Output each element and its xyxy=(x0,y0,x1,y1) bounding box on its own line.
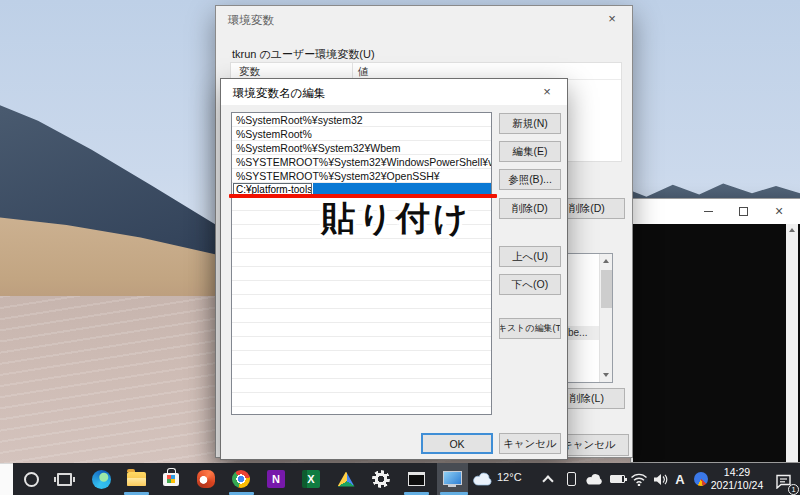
paste-annotation: 貼り付け xyxy=(261,196,531,242)
edit-env-var-dialog: 環境変数名の編集 × %SystemRoot%¥system32 %System… xyxy=(220,78,568,460)
path-row[interactable]: %SYSTEMROOT%¥System32¥WindowsPowerShell¥… xyxy=(232,155,491,169)
path-listbox[interactable]: %SystemRoot%¥system32 %SystemRoot% %Syst… xyxy=(231,112,492,415)
excel-glyph xyxy=(302,470,320,488)
terminal-scrollbar[interactable] xyxy=(786,224,798,462)
terminal-icon[interactable] xyxy=(405,468,427,490)
edit-button[interactable]: 編集(E) xyxy=(499,141,561,162)
maximize-icon[interactable] xyxy=(728,199,758,223)
store-dots xyxy=(167,475,175,483)
edit-text-button[interactable]: テキストの編集(T)... xyxy=(499,318,561,339)
terminal-window: × xyxy=(630,198,800,463)
edge-icon[interactable] xyxy=(90,468,112,490)
wifi-icon[interactable] xyxy=(628,468,650,490)
path-row[interactable]: %SystemRoot%¥System32¥Wbem xyxy=(232,141,491,155)
edge-window-sliver xyxy=(0,463,13,495)
env-dialog-titlebar[interactable]: 環境変数 × xyxy=(216,6,632,32)
maximize-glyph xyxy=(739,207,748,216)
new-button[interactable]: 新規(N) xyxy=(499,113,561,134)
onedrive-glyph xyxy=(586,474,604,485)
system-vars-scrollbar[interactable] xyxy=(599,254,612,382)
excel-icon[interactable] xyxy=(300,468,322,490)
drive-glyph xyxy=(338,472,355,487)
office-glyph xyxy=(197,470,215,488)
task-view-glyph xyxy=(57,473,72,486)
scroll-down-icon[interactable] xyxy=(603,373,609,377)
move-down-button[interactable]: 下へ(O) xyxy=(499,274,561,295)
settings-gear-icon[interactable] xyxy=(370,468,392,490)
ime-indicator[interactable]: A xyxy=(669,468,691,490)
user-vars-label: tkrun のユーザー環境変数(U) xyxy=(232,47,375,62)
volume-glyph xyxy=(653,473,669,486)
battery-icon[interactable] xyxy=(606,468,628,490)
path-row[interactable]: %SYSTEMROOT%¥System32¥OpenSSH¥ xyxy=(232,169,491,183)
your-phone-icon[interactable] xyxy=(560,468,582,490)
cortana-glyph xyxy=(24,472,39,487)
onenote-glyph xyxy=(267,470,285,488)
edit-dialog-titlebar[interactable]: 環境変数名の編集 × xyxy=(221,79,567,105)
action-center-icon[interactable]: 1 xyxy=(772,470,794,492)
clock-date: 2021/10/24 xyxy=(706,479,768,492)
notification-badge: 1 xyxy=(788,484,799,495)
phone-glyph xyxy=(567,472,576,486)
path-row[interactable]: %SystemRoot% xyxy=(232,127,491,141)
gear-glyph xyxy=(372,470,390,488)
cortana-icon[interactable] xyxy=(20,468,42,490)
move-up-button[interactable]: 上へ(U) xyxy=(499,246,561,267)
chrome-icon[interactable] xyxy=(230,468,252,490)
edit-dialog-title: 環境変数名の編集 xyxy=(233,86,325,101)
onenote-icon[interactable] xyxy=(265,468,287,490)
system-glyph xyxy=(442,471,462,487)
chrome-glyph xyxy=(232,470,250,488)
system-properties-icon[interactable] xyxy=(441,468,463,490)
col-header-variable[interactable]: 変数 xyxy=(239,65,260,79)
clock-time: 14:29 xyxy=(706,466,768,479)
scroll-thumb[interactable] xyxy=(601,270,612,308)
battery-glyph xyxy=(610,475,625,483)
ime-letter: A xyxy=(675,472,684,487)
google-drive-icon[interactable] xyxy=(335,468,357,490)
onedrive-icon[interactable] xyxy=(584,468,606,490)
wifi-glyph xyxy=(630,473,648,486)
close-icon[interactable]: × xyxy=(764,199,794,223)
close-icon[interactable]: × xyxy=(592,6,632,31)
close-icon[interactable]: × xyxy=(527,79,567,104)
task-view-icon[interactable] xyxy=(53,468,75,490)
file-explorer-icon[interactable] xyxy=(125,468,147,490)
scroll-up-icon[interactable] xyxy=(789,228,795,232)
ok-button[interactable]: OK xyxy=(421,433,493,454)
env-dialog-title: 環境変数 xyxy=(228,13,274,28)
delete-button[interactable]: 削除(D) xyxy=(499,198,561,219)
browse-button[interactable]: 参照(B)... xyxy=(499,169,561,190)
cloud-glyph xyxy=(473,472,493,486)
scroll-up-icon[interactable] xyxy=(603,259,609,263)
col-header-value[interactable]: 値 xyxy=(358,65,369,79)
office-icon[interactable] xyxy=(195,468,217,490)
minimize-glyph xyxy=(704,211,713,212)
chevron-glyph xyxy=(542,475,553,486)
folder-glyph xyxy=(127,472,146,486)
terminal-glyph xyxy=(408,472,425,486)
weather-cloud-icon[interactable] xyxy=(472,468,494,490)
path-row[interactable]: %SystemRoot%¥system32 xyxy=(232,113,491,127)
desktop: × 環境変数 × tkrun のユーザー環境変数(U) 変数 値 削除(D) ¥… xyxy=(0,0,800,495)
chevron-up-icon[interactable] xyxy=(537,468,559,490)
terminal-content[interactable] xyxy=(633,224,800,462)
weather-temp[interactable]: 12°C xyxy=(497,471,522,483)
cancel-button[interactable]: キャンセル xyxy=(499,433,561,454)
edge-glyph xyxy=(92,470,111,489)
minimize-icon[interactable] xyxy=(693,199,723,223)
taskbar-clock[interactable]: 14:29 2021/10/24 xyxy=(706,466,768,492)
store-glyph xyxy=(163,473,179,486)
store-icon[interactable] xyxy=(160,468,182,490)
